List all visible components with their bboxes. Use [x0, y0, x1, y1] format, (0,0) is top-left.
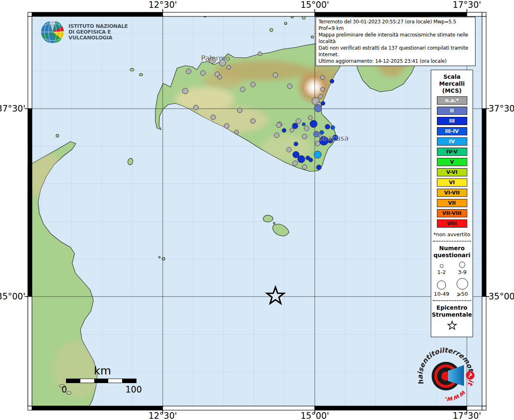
- aeolian-island-1: [270, 28, 273, 32]
- axis-label-top-2: 15°00': [300, 0, 329, 10]
- map-screenshot: PalermoMessinaSiracusa 12°30' 15°00' 17°…: [0, 0, 514, 420]
- mcs-swatch-VI: VI: [437, 178, 467, 187]
- intensity-dot-na: [302, 164, 307, 169]
- intensity-dot-na: [227, 65, 231, 69]
- intensity-dot-na: [250, 119, 255, 123]
- intensity-dot-na: [182, 88, 188, 94]
- intensity-dot-III-IV: [302, 123, 305, 126]
- questionnaire-size-row-2: 10-49 ⩾50: [431, 278, 473, 297]
- intensity-dot-III: [325, 124, 330, 129]
- scalebar-bar: [66, 379, 136, 383]
- gozo-island: [263, 215, 273, 222]
- intensity-dot-na: [240, 87, 245, 92]
- mcs-swatch-IV: IV: [437, 137, 467, 146]
- intensity-dot-II: [314, 105, 322, 112]
- legend-footnote: *non avvertito: [431, 231, 473, 237]
- aeolian-island-5: [311, 36, 314, 38]
- intensity-dot-na: [321, 75, 325, 80]
- mcs-swatch-n.a.*: n.a.*: [437, 96, 467, 105]
- intensity-dot-na: [237, 108, 242, 113]
- intensity-dot-na: [293, 161, 298, 166]
- ingv-wordmark: ISTITUTO NAZIONALE DI GEOFISICA E VULCAN…: [68, 23, 151, 41]
- map-scalebar: km 0 100: [61, 364, 143, 395]
- size-circle-3-9: [459, 262, 465, 268]
- axis-label-top-1: 12°30': [148, 0, 177, 10]
- mcs-swatch-V-VI: V-VI: [437, 168, 467, 176]
- axis-label-bottom-1: 12°30': [148, 411, 177, 420]
- earthquake-title-box: Terremoto del 30-01-2023 20:55:27 (ora l…: [316, 17, 475, 66]
- small-island-2: [159, 256, 160, 258]
- title-line-3: Dati non verificati estratti da 137 ques…: [318, 45, 473, 58]
- scalebar-start: 0: [61, 385, 67, 395]
- mcs-swatch-II: II: [437, 107, 467, 115]
- questionnaire-legend-title: Numero questionari: [431, 245, 473, 259]
- intensity-dot-na: [218, 75, 222, 79]
- epicenter-star-icon: [447, 320, 457, 331]
- mcs-swatch-VII-VIII: VII-VIII: [437, 209, 467, 217]
- intensity-dot-na: [276, 123, 281, 128]
- scalebar-labels: 0 100: [61, 385, 142, 395]
- axis-label-right-2: 35°00': [489, 292, 514, 301]
- intensity-dot-III: [306, 156, 310, 160]
- ingv-line1: ISTITUTO NAZIONALE: [68, 23, 151, 29]
- intensity-dot-III: [294, 142, 298, 146]
- intensity-dot-III: [321, 101, 325, 105]
- galite-island: [56, 135, 59, 137]
- ingv-line2: DI GEOFISICA E VULCANOLOGIA: [68, 29, 151, 41]
- intensity-dot-na: [234, 130, 239, 134]
- city-label-siracusa: Siracusa: [318, 134, 348, 142]
- size-circle-50plus: [457, 278, 468, 290]
- intensity-dot-III: [282, 128, 286, 132]
- questionnaire-size-row-1: 1-2 3-9: [431, 262, 473, 275]
- legend-title: Scala Mercalli (MCS): [431, 73, 473, 94]
- intensity-dot-III: [292, 123, 298, 129]
- aegadian-island-2: [139, 73, 143, 76]
- intensity-dot-na: [273, 73, 278, 78]
- intensity-dot-na: [250, 82, 255, 87]
- intensity-dot-III: [293, 151, 299, 158]
- mcs-swatch-VII: VII: [437, 199, 467, 207]
- size-circle-10-49: [437, 281, 446, 290]
- axis-label-left-2: 35°00': [0, 292, 25, 301]
- mcs-swatch-IV-V: IV-V: [437, 148, 467, 156]
- mcs-swatch-VIII: VIII: [437, 219, 467, 228]
- intensity-dot-III: [316, 165, 321, 170]
- title-line-2: Mappa preliminare delle intensità macros…: [318, 32, 473, 45]
- intensity-dot-na: [211, 115, 216, 120]
- mcs-swatch-III-IV: III-IV: [437, 127, 467, 135]
- city-label-palermo: Palermo: [201, 54, 230, 62]
- intensity-dot-na: [304, 126, 309, 131]
- legend-divider-2: [433, 300, 471, 301]
- axis-label-top-3: 17°30': [453, 0, 481, 10]
- mcs-swatch-III: III: [437, 117, 467, 125]
- scalebar-end: 100: [125, 385, 142, 395]
- legend-divider-1: [433, 241, 471, 242]
- legend-panel: Scala Mercalli (MCS) n.a.*IIIIIIII-IVIVI…: [431, 70, 473, 337]
- intensity-dot-na: [296, 119, 301, 123]
- size-circle-1-2: [440, 264, 443, 268]
- intensity-dot-IV: [314, 151, 321, 158]
- intensity-dot-na: [186, 69, 191, 74]
- title-line-4: Ultimo aggiornamento: 14-12-2025 23:41 (…: [318, 58, 473, 64]
- intensity-dot-III-IV: [331, 126, 335, 130]
- intensity-dot-III: [330, 79, 334, 83]
- ingv-globe-icon: [40, 19, 65, 45]
- intensity-dot-na: [321, 87, 325, 91]
- axis-label-bottom-3: 17°30': [453, 411, 481, 420]
- axis-label-bottom-2: 15°00': [300, 411, 329, 420]
- intensity-dot-na: [274, 133, 279, 138]
- intensity-dot-na: [200, 71, 205, 75]
- epicenter-legend-title: Epicentro Strumentale: [431, 304, 473, 318]
- title-line-1: Terremoto del 30-01-2023 20:55:27 (ora l…: [318, 18, 473, 32]
- intensity-dot-na: [308, 116, 312, 120]
- axis-label-left-1: 37°30': [0, 104, 25, 114]
- comino-island: [273, 222, 275, 224]
- intensity-dot-na: [318, 94, 323, 98]
- aeolian-island-2: [284, 22, 287, 25]
- intensity-dot-na: [290, 128, 294, 132]
- intensity-dot-III: [310, 120, 317, 128]
- mcs-swatch-V: V: [437, 158, 467, 166]
- intensity-dot-na: [287, 147, 291, 152]
- intensity-dot-na: [224, 123, 229, 128]
- ingv-logo: ISTITUTO NAZIONALE DI GEOFISICA E VULCAN…: [40, 18, 151, 46]
